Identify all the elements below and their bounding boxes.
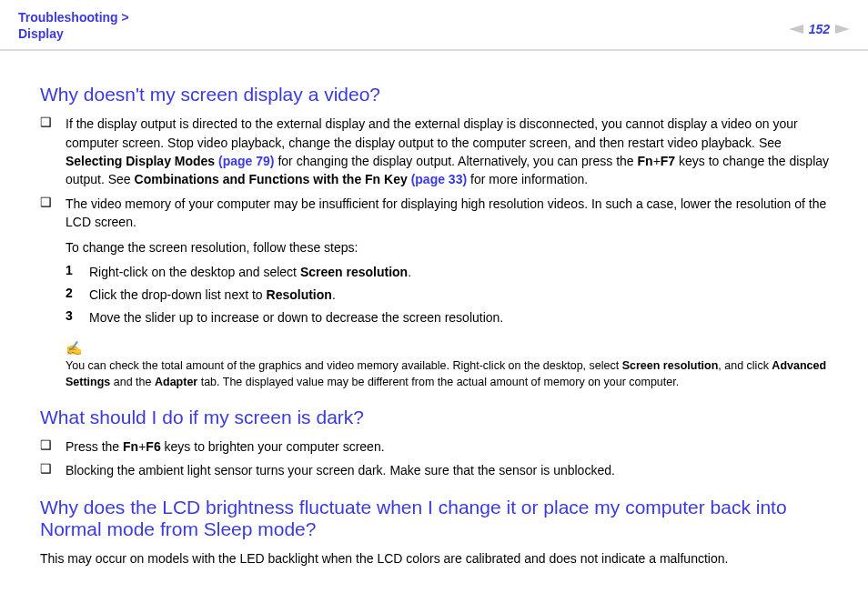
question-heading-2: What should I do if my screen is dark?: [40, 407, 841, 428]
bullet-item: ❑ The video memory of your computer may …: [40, 195, 841, 232]
sub-paragraph: To change the screen resolution, follow …: [66, 238, 841, 257]
step-text: Move the slider up to increase or down t…: [89, 308, 841, 327]
step-item: 1 Right-click on the desktop and select …: [66, 263, 841, 282]
step-text: Click the drop-down list next to Resolut…: [89, 286, 841, 305]
step-item: 2 Click the drop-down list next to Resol…: [66, 286, 841, 305]
step-number: 3: [66, 308, 89, 327]
bullet-item: ❑ Blocking the ambient light sensor turn…: [40, 461, 841, 479]
page-number: 152: [809, 22, 830, 36]
next-page-icon[interactable]: [835, 25, 850, 34]
step-text: Right-click on the desktop and select Sc…: [89, 263, 841, 282]
bullet-text: The video memory of your computer may be…: [66, 195, 841, 232]
step-number: 2: [66, 286, 89, 305]
link-selecting-display-modes[interactable]: Selecting Display Modes (page 79): [66, 154, 275, 168]
breadcrumb-line1: Troubleshooting >: [18, 10, 129, 25]
link-fn-key-combinations[interactable]: Combinations and Functions with the Fn K…: [135, 172, 468, 186]
page-header: Troubleshooting > Display 152: [0, 0, 868, 51]
page-nav: 152: [789, 9, 850, 36]
bullet-icon: ❑: [40, 437, 66, 456]
bullet-text: If the display output is directed to the…: [66, 115, 841, 188]
page-content: Why doesn't my screen display a video? ❑…: [0, 51, 868, 568]
breadcrumb[interactable]: Troubleshooting > Display: [18, 9, 129, 42]
note-text: You can check the total amount of the gr…: [66, 358, 841, 390]
bullet-icon: ❑: [40, 115, 66, 188]
bullet-item: ❑ Press the Fn+F6 keys to brighten your …: [40, 437, 841, 456]
bullet-text: Blocking the ambient light sensor turns …: [66, 461, 841, 479]
step-number: 1: [66, 263, 89, 282]
question-heading-1: Why doesn't my screen display a video?: [40, 84, 841, 106]
body-paragraph: This may occur on models with the LED ba…: [40, 549, 841, 568]
bullet-icon: ❑: [40, 461, 66, 479]
note-icon: ✍: [66, 340, 841, 357]
prev-page-icon[interactable]: [789, 25, 803, 34]
question-heading-3: Why does the LCD brightness fluctuate wh…: [40, 497, 841, 540]
bullet-text: Press the Fn+F6 keys to brighten your co…: [66, 437, 841, 456]
bullet-icon: ❑: [40, 195, 66, 232]
step-item: 3 Move the slider up to increase or down…: [66, 308, 841, 327]
breadcrumb-line2: Display: [18, 26, 64, 41]
bullet-item: ❑ If the display output is directed to t…: [40, 115, 841, 188]
